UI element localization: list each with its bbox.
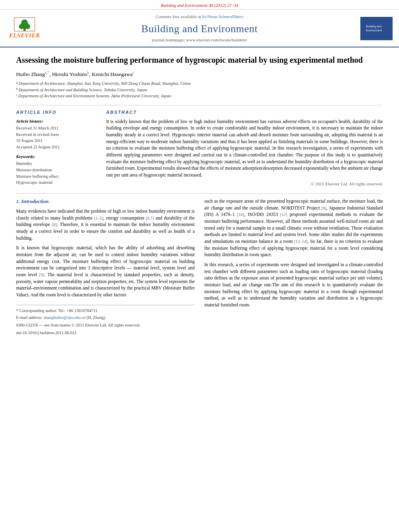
email-name: (H. Zhang). bbox=[86, 315, 106, 320]
article-history-label: Article history: bbox=[16, 118, 97, 124]
elsevier-logo: ELSEVIER bbox=[8, 17, 41, 39]
contents-available-text: Contents lists available at SciVerse Sci… bbox=[43, 14, 356, 20]
email-label: E-mail address: bbox=[16, 315, 43, 320]
journal-homepage: journal homepage: www.elsevier.com/locat… bbox=[43, 37, 356, 43]
affiliation-2: b Department of Architecture and Buildin… bbox=[16, 87, 383, 93]
footnote-section: * Corresponding author. Tel.: +86 138187… bbox=[16, 305, 195, 336]
elsevier-tree-icon bbox=[12, 17, 37, 31]
article-info-header: ARTICLE INFO bbox=[16, 109, 97, 115]
sciverse-link[interactable]: SciVerse ScienceDirect bbox=[202, 14, 243, 19]
affil-2-text: Department of Architecture and Building … bbox=[19, 87, 147, 93]
copyright-line: © 2011 Elsevier Ltd. All rights reserved… bbox=[106, 181, 383, 187]
keyword-2: Moisture distribution bbox=[16, 167, 97, 173]
intro-para-3: such as the exposure areas of the presen… bbox=[204, 198, 383, 258]
journal-title: Building and Environment bbox=[43, 22, 356, 36]
abstract-column: ABSTRACT It is widely known that the pro… bbox=[106, 109, 383, 187]
body-two-col: 1. Introduction Many evidences have indi… bbox=[16, 198, 383, 336]
ref-6-7: [6,7] bbox=[146, 216, 154, 220]
journal-header-center: Contents lists available at SciVerse Sci… bbox=[43, 14, 356, 43]
footnote-corresponding: * Corresponding author. Tel.: +86 138187… bbox=[16, 308, 195, 314]
keyword-1: Humidity bbox=[16, 161, 97, 167]
ref-9a: [9] bbox=[39, 273, 44, 277]
affiliation-1: a Department of Architecture, Shanghai J… bbox=[16, 80, 383, 87]
affil-2-sup: b bbox=[16, 87, 18, 93]
page-wrapper: Building and Environment 48 (2012) 27–34… bbox=[0, 0, 399, 532]
author-3-name: Kenichi Hasegawa bbox=[92, 71, 133, 77]
ref-11: [11] bbox=[280, 212, 287, 217]
ref-10: [10] bbox=[237, 212, 245, 217]
affil-1-sup: a bbox=[16, 80, 18, 87]
author-2-sup: b bbox=[87, 70, 89, 74]
journal-top-bar: Building and Environment 48 (2012) 27–34 bbox=[0, 0, 399, 10]
email-address[interactable]: zhanghuibo@sjtu.edu.cn bbox=[43, 315, 85, 320]
elsevier-brand-name: ELSEVIER bbox=[9, 32, 40, 40]
journal-logo-box: Building and Environment bbox=[360, 17, 393, 40]
ref-12-14: [12–14] bbox=[294, 239, 308, 244]
intro-section-num: 1. bbox=[16, 198, 20, 204]
article-info-abstract: ARTICLE INFO Article history: Received 3… bbox=[16, 109, 383, 187]
svg-text:Environment: Environment bbox=[366, 29, 382, 32]
doi-line: doi:10.1016/j.buildenv.2011.08.012 bbox=[16, 330, 195, 336]
intro-section-title: Introduction bbox=[21, 198, 49, 204]
abstract-header: ABSTRACT bbox=[106, 109, 383, 115]
author-1-name: Huibo Zhang bbox=[16, 71, 45, 77]
intro-para-2: It is known that hygroscopic material, w… bbox=[16, 244, 195, 298]
keyword-4: Hygroscopic material bbox=[16, 180, 97, 186]
svg-text:Building and: Building and bbox=[366, 25, 382, 28]
journal-header: ELSEVIER Contents lists available at Sci… bbox=[0, 10, 399, 47]
accepted-date: Accepted 22 August 2011 bbox=[16, 144, 97, 150]
svg-point-4 bbox=[21, 20, 28, 25]
intro-heading: 1. Introduction bbox=[16, 198, 195, 205]
received-date: Received 31 March 2011 bbox=[16, 125, 97, 131]
author-2-name: Hiroshi Yoshino bbox=[52, 71, 87, 77]
affiliation-3: c Department of Architecture and Environ… bbox=[16, 93, 383, 99]
footnote-email: E-mail address: zhanghuibo@sjtu.edu.cn (… bbox=[16, 314, 195, 320]
affil-1-text: Department of Architecture, Shanghai Jia… bbox=[19, 80, 191, 87]
journal-header-right: Building and Environment bbox=[356, 17, 393, 40]
paper-title: Assessing the moisture buffering perform… bbox=[16, 55, 383, 65]
ref-1-5: [1–5] bbox=[94, 216, 103, 220]
affil-3-sup: c bbox=[16, 93, 18, 99]
body-left-col: 1. Introduction Many evidences have indi… bbox=[16, 198, 195, 336]
authors-line: Huibo Zhanga,*, Hiroshi Yoshinob, Kenich… bbox=[16, 70, 383, 78]
article-info-column: ARTICLE INFO Article history: Received 3… bbox=[16, 109, 97, 187]
keywords-label: Keywords: bbox=[16, 154, 97, 160]
received-revised-label: Received in revised form bbox=[16, 132, 97, 138]
author-1-sup: a,* bbox=[45, 70, 49, 74]
journal-citation: Building and Environment 48 (2012) 27–34 bbox=[161, 3, 238, 8]
body-right-col: such as the exposure areas of the presen… bbox=[204, 198, 383, 336]
author-3-sup: c bbox=[133, 70, 134, 74]
main-content: Assessing the moisture buffering perform… bbox=[0, 47, 399, 344]
journal-logo-icon: Building and Environment bbox=[364, 23, 389, 35]
ref-8: [8] bbox=[52, 222, 57, 227]
ref-9b: [9] bbox=[321, 206, 326, 210]
elsevier-logo-area: ELSEVIER bbox=[6, 17, 43, 39]
copyright-footer: 0360-1323/$ — see front matter © 2011 El… bbox=[16, 322, 195, 328]
intro-para-1: Many evidences have indicated that the p… bbox=[16, 208, 195, 241]
svg-rect-6 bbox=[364, 23, 389, 35]
received-revised-date: 19 August 2011 bbox=[16, 138, 97, 144]
intro-para-4: In this research, a series of experiment… bbox=[204, 261, 383, 308]
affil-3-text: Department of Architecture and Environme… bbox=[19, 93, 171, 99]
divider-1 bbox=[16, 105, 383, 105]
keyword-3: Moisture buffering effect bbox=[16, 174, 97, 180]
affiliations: a Department of Architecture, Shanghai J… bbox=[16, 80, 383, 99]
divider-2 bbox=[16, 193, 383, 194]
abstract-text: It is widely known that the problem of l… bbox=[106, 118, 383, 179]
